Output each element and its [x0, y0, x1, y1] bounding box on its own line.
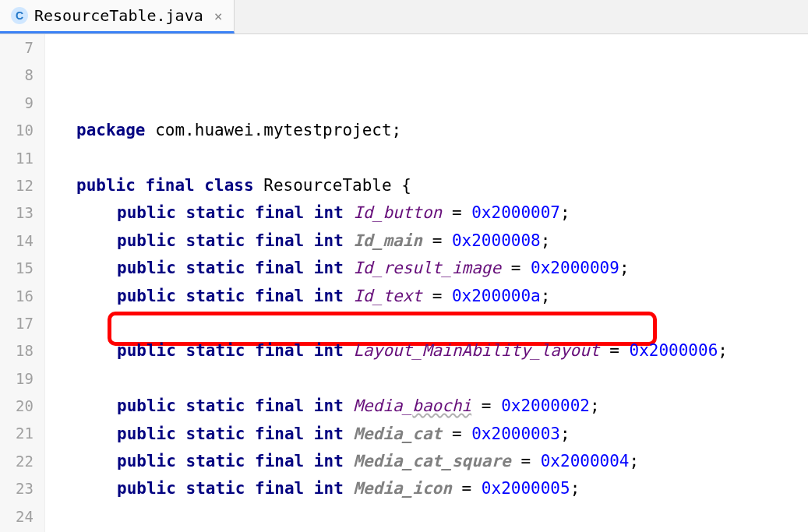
token-punct: ; — [570, 479, 580, 498]
line-number: 9 — [0, 90, 34, 117]
token-punct: ; — [718, 341, 728, 360]
code-area[interactable]: package com.huawei.mytestproject;public … — [45, 34, 808, 532]
token-kw: public static final int — [117, 479, 344, 498]
token-fld: Id_result_image — [353, 259, 501, 277]
token-fld: Id_text — [353, 287, 422, 305]
token-punct: = — [520, 452, 531, 470]
token-punct: ; — [392, 121, 402, 139]
token-num: 0x2000009 — [531, 259, 619, 277]
token-punct: { — [401, 176, 411, 195]
token-fld: Media_ — [353, 396, 412, 415]
token-kw: public final class — [76, 176, 254, 195]
token-kw: package — [76, 121, 146, 139]
token-punct: = — [511, 259, 521, 277]
code-line[interactable]: public final class ResourceTable { — [45, 172, 808, 199]
line-number: 16 — [0, 283, 34, 310]
line-number: 11 — [0, 145, 34, 172]
token-punct: = — [462, 479, 472, 498]
code-line[interactable]: public static final int Id_text = 0x2000… — [45, 283, 808, 310]
code-editor[interactable]: 789101112131415161718192021222324 packag… — [0, 34, 808, 532]
code-line[interactable] — [45, 145, 808, 172]
token-num: 0x2000004 — [541, 452, 630, 470]
token-kw: public static final int — [117, 341, 344, 360]
token-fld-gray: Media_cat_square — [353, 452, 510, 470]
code-line[interactable]: public static final int Id_result_image … — [45, 255, 808, 282]
token-cls: ResourceTable — [263, 176, 391, 195]
code-line[interactable]: public static final int Media_icon = 0x2… — [45, 475, 808, 502]
code-line[interactable]: public static final int Layout_MainAbili… — [45, 337, 808, 365]
token-num: 0x2000002 — [501, 396, 590, 415]
token-fld-gray: Media_icon — [353, 479, 451, 498]
token-num: 0x2000006 — [630, 341, 718, 360]
line-number: 18 — [0, 337, 34, 365]
code-line[interactable]: public static final int Media_cat = 0x20… — [45, 421, 808, 448]
line-number: 7 — [0, 34, 34, 62]
line-number-gutter: 789101112131415161718192021222324 — [0, 34, 45, 532]
line-number: 8 — [0, 62, 34, 89]
line-number: 13 — [0, 199, 34, 227]
code-line[interactable]: public static final int Id_main = 0x2000… — [45, 227, 808, 255]
token-punct: = — [432, 287, 443, 305]
editor-window: C ResourceTable.java × 78910111213141516… — [0, 0, 808, 532]
line-number: 19 — [0, 365, 34, 393]
token-punct: = — [452, 425, 462, 443]
token-kw: public static final int — [117, 259, 344, 277]
token-punct: = — [432, 231, 443, 250]
token-punct: = — [452, 203, 462, 222]
code-line[interactable] — [45, 310, 808, 337]
token-kw: public static final int — [117, 203, 344, 222]
token-pkg: com.huawei.mytestproject — [155, 121, 391, 139]
token-punct: ; — [590, 396, 600, 415]
token-num: 0x2000008 — [452, 231, 541, 250]
class-file-icon: C — [11, 7, 28, 24]
line-number: 21 — [0, 420, 34, 447]
token-punct: ; — [541, 231, 551, 250]
token-num: 0x200000a — [452, 287, 541, 305]
line-number: 12 — [0, 172, 34, 199]
token-fld: Id_button — [353, 203, 442, 222]
token-punct: = — [482, 396, 492, 415]
line-number: 23 — [0, 475, 34, 502]
line-number: 22 — [0, 448, 34, 475]
token-kw: public static final int — [117, 231, 344, 250]
token-punct: ; — [541, 287, 551, 305]
line-number: 15 — [0, 255, 34, 282]
line-number: 20 — [0, 393, 34, 420]
code-line[interactable]: public static final int Media_baochi = 0… — [45, 393, 808, 420]
close-icon[interactable]: × — [214, 8, 223, 24]
token-punct: ; — [630, 452, 640, 470]
token-punct: ; — [619, 259, 630, 277]
line-number: 17 — [0, 310, 34, 337]
code-line[interactable]: package com.huawei.mytestproject; — [45, 117, 808, 144]
tab-resourcetable[interactable]: C ResourceTable.java × — [0, 0, 235, 33]
token-kw: public static final int — [117, 287, 344, 305]
code-line[interactable] — [45, 365, 808, 393]
code-line[interactable]: public static final int Id_button = 0x20… — [45, 199, 808, 227]
token-fld-wavy: baochi — [412, 396, 471, 415]
line-number: 24 — [0, 503, 34, 530]
code-line[interactable]: public static final int Media_cat_square… — [45, 448, 808, 475]
token-kw: public static final int — [117, 425, 344, 443]
tab-bar: C ResourceTable.java × — [0, 0, 808, 34]
line-number: 14 — [0, 227, 34, 255]
token-fld-gray: Media_cat — [353, 425, 442, 443]
token-kw: public static final int — [117, 396, 344, 415]
tab-label: ResourceTable.java — [34, 6, 203, 25]
line-number: 10 — [0, 117, 34, 144]
token-num: 0x2000005 — [482, 479, 570, 498]
token-fld: Layout_MainAbility_layout — [353, 341, 599, 360]
token-num: 0x2000007 — [471, 203, 560, 222]
token-kw: public static final int — [117, 452, 344, 470]
token-punct: = — [609, 341, 619, 360]
token-punct: ; — [560, 203, 570, 222]
token-punct: ; — [560, 425, 570, 443]
token-fld-gray: Id_main — [353, 231, 422, 250]
code-line[interactable] — [45, 503, 808, 530]
token-num: 0x2000003 — [471, 425, 560, 443]
